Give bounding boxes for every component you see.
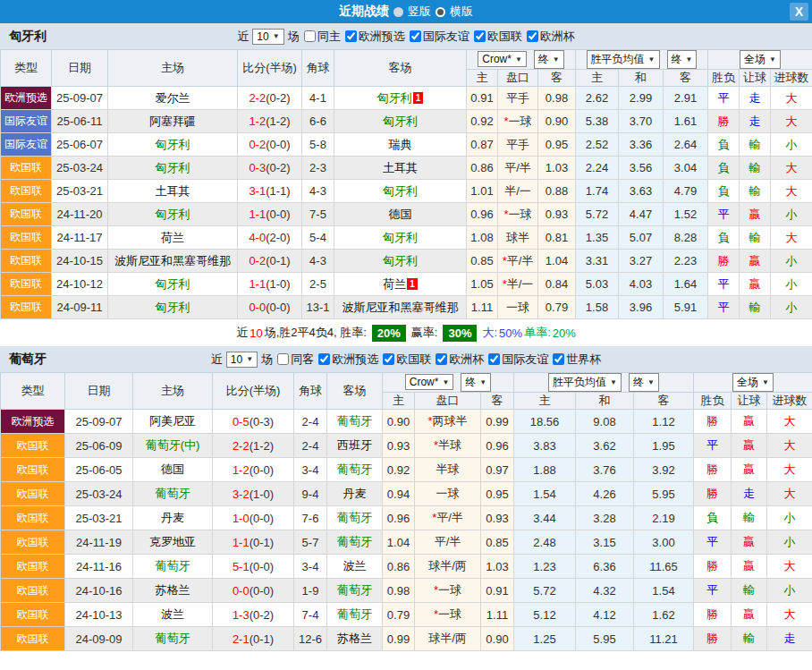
league-checkbox-3[interactable] bbox=[527, 30, 538, 42]
home-odds: 1.01 bbox=[467, 180, 498, 203]
result-handicap: 輸 bbox=[740, 180, 771, 203]
away-team-name: 葡萄牙 bbox=[337, 535, 372, 548]
home-team: 克罗地亚 bbox=[133, 530, 213, 555]
avg-time-select[interactable]: 终▼ bbox=[629, 373, 659, 392]
column-header: 比分(半场) bbox=[213, 373, 294, 410]
avg-home: 3.44 bbox=[514, 506, 576, 530]
result-goals: 小 bbox=[767, 579, 812, 603]
result-handicap: 贏 bbox=[732, 458, 767, 482]
result-goals: 小 bbox=[771, 203, 812, 226]
avg-draw: 3.27 bbox=[619, 250, 664, 273]
home-odds: 0.90 bbox=[383, 410, 415, 434]
league-type-badge: 欧洲预选 bbox=[1, 410, 65, 434]
period-select[interactable]: 全场▼ bbox=[732, 373, 774, 392]
vertical-layout-radio[interactable] bbox=[393, 7, 403, 17]
avg-time-select[interactable]: 终▼ bbox=[667, 50, 698, 69]
column-header: 盘口 bbox=[415, 393, 481, 410]
odds-company-select[interactable]: Crow*▼ bbox=[478, 51, 527, 67]
league-label: 欧洲预选 bbox=[359, 29, 405, 45]
column-header: 胜负 bbox=[694, 393, 732, 410]
recent-count-select-value: 10 bbox=[231, 353, 242, 366]
avg-away: 1.61 bbox=[664, 110, 708, 133]
match-date: 24-10-12 bbox=[52, 273, 108, 296]
league-checkbox-1[interactable] bbox=[383, 353, 394, 365]
horizontal-layout-radio[interactable] bbox=[436, 7, 445, 17]
away-team: 匈牙利 bbox=[334, 226, 467, 250]
home-team-name: 德国 bbox=[161, 462, 184, 476]
same-venue-checkbox[interactable] bbox=[277, 353, 289, 365]
match-date: 24-09-09 bbox=[65, 627, 133, 651]
star-marker: * bbox=[432, 511, 436, 524]
score: 2-1(0-1) bbox=[213, 627, 294, 651]
fulltime-score: 0-2 bbox=[249, 254, 266, 267]
odds-time-select[interactable]: 终▼ bbox=[534, 50, 564, 69]
corner-score: 5-7 bbox=[294, 530, 327, 555]
league-checkbox-0[interactable] bbox=[345, 30, 357, 42]
result-handicap: 輸 bbox=[732, 579, 767, 603]
home-team: 苏格兰 bbox=[133, 579, 213, 603]
match-row: 国际友谊25-06-11阿塞拜疆1-2(1-2)6-6匈牙利0.92*一球0.9… bbox=[1, 110, 812, 133]
league-type-badge: 欧国联 bbox=[1, 579, 65, 603]
away-team-name: 瑞典 bbox=[389, 138, 412, 151]
avg-home: 1.88 bbox=[514, 458, 576, 482]
league-checkbox-0[interactable] bbox=[318, 353, 330, 365]
column-header: 比分(半场) bbox=[238, 50, 302, 87]
league-label: 世界杯 bbox=[566, 352, 601, 368]
chevron-down-icon: ▼ bbox=[246, 355, 253, 363]
league-label: 国际友谊 bbox=[502, 352, 548, 368]
league-type-badge: 欧洲预选 bbox=[1, 87, 52, 110]
handicap: *一球 bbox=[415, 579, 481, 603]
avg-home: 3.83 bbox=[514, 434, 576, 458]
section-portugal: 葡萄牙 近10▼场同客欧洲预选欧国联欧洲杯国际友谊世界杯 类型日期主场比分(半场… bbox=[0, 346, 812, 651]
avg-home: 1.23 bbox=[514, 555, 576, 579]
matches-table: 类型日期主场比分(半场)角球客场Crow*▼终▼胜平负均值▼终▼全场▼主盘口客主… bbox=[0, 49, 812, 319]
chevron-down-icon: ▼ bbox=[647, 378, 655, 386]
column-header: 日期 bbox=[65, 373, 133, 410]
avg-draw: 4.32 bbox=[576, 579, 634, 603]
home-team: 葡萄牙 bbox=[133, 555, 213, 579]
recent-count-select[interactable]: 10▼ bbox=[226, 352, 258, 368]
league-checkbox-2[interactable] bbox=[436, 353, 447, 365]
halftime-score: (0-0) bbox=[250, 512, 274, 525]
cover-rate-badge: 30% bbox=[443, 325, 477, 342]
result-handicap: 走 bbox=[732, 482, 767, 506]
avg-company-select[interactable]: 胜平负均值▼ bbox=[548, 373, 622, 392]
odds-header-group: Crow*▼终▼ bbox=[383, 373, 514, 393]
away-odds: 1.04 bbox=[538, 250, 576, 273]
period-select[interactable]: 全场▼ bbox=[740, 50, 781, 69]
recent-count-select[interactable]: 10▼ bbox=[252, 29, 283, 45]
away-odds: 0.93 bbox=[538, 203, 576, 226]
home-odds: 1.05 bbox=[467, 273, 498, 296]
match-date: 24-09-11 bbox=[52, 296, 108, 319]
vertical-layout-label[interactable]: 竖版 bbox=[408, 4, 431, 20]
odds-time-select[interactable]: 终▼ bbox=[461, 373, 491, 392]
match-date: 25-06-11 bbox=[52, 110, 108, 133]
odds-company-select[interactable]: Crow*▼ bbox=[405, 374, 454, 390]
avg-away: 4.79 bbox=[664, 180, 708, 203]
close-button[interactable]: X bbox=[790, 3, 808, 21]
avg-draw: 4.03 bbox=[619, 273, 664, 296]
home-team-name: 爱尔兰 bbox=[156, 91, 190, 105]
handicap: *一球 bbox=[415, 603, 481, 627]
league-checkbox-3[interactable] bbox=[488, 353, 500, 365]
horizontal-layout-label[interactable]: 横版 bbox=[450, 4, 473, 20]
handicap: 平/半 bbox=[415, 530, 481, 555]
panel-title: 近期战绩 bbox=[339, 4, 389, 20]
match-row: 欧国联24-11-16葡萄牙5-1(0-0)3-4波兰0.86球半/两1.031… bbox=[1, 555, 812, 579]
avg-away: 3.92 bbox=[634, 458, 694, 482]
result-handicap: 輸 bbox=[732, 506, 767, 530]
same-venue-checkbox[interactable] bbox=[304, 30, 316, 42]
league-checkbox-4[interactable] bbox=[553, 353, 564, 365]
avg-company-select[interactable]: 胜平负均值▼ bbox=[587, 50, 660, 69]
league-checkbox-2[interactable] bbox=[474, 30, 486, 42]
avg-home: 18.56 bbox=[514, 410, 576, 434]
star-marker: * bbox=[434, 583, 438, 597]
away-team-name: 葡萄牙 bbox=[337, 462, 372, 476]
halftime-score: (0-0) bbox=[250, 463, 274, 477]
league-checkbox-1[interactable] bbox=[410, 30, 421, 42]
chevron-down-icon: ▼ bbox=[442, 378, 449, 386]
home-team-name: 匈牙利 bbox=[156, 161, 190, 174]
match-row: 欧国联25-06-05德国1-2(0-0)3-4葡萄牙0.92半球0.971.8… bbox=[1, 458, 812, 482]
column-header: 客 bbox=[634, 393, 694, 410]
home-team-name: 阿塞拜疆 bbox=[149, 114, 196, 128]
